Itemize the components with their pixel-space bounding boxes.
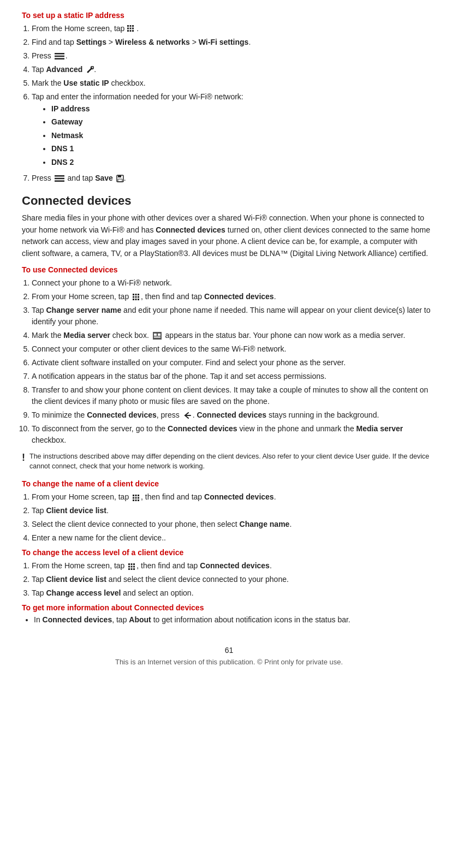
- svg-rect-4: [130, 28, 132, 29]
- back-icon: [183, 412, 192, 419]
- use-step-10: To disconnect from the server, go to the…: [32, 423, 436, 446]
- svg-rect-31: [154, 334, 157, 336]
- step-3: Press .: [32, 50, 436, 62]
- static-ip-steps-list: From the Home screen, tap . Find and tap…: [32, 23, 436, 184]
- svg-rect-6: [127, 30, 129, 32]
- svg-rect-10: [55, 56, 64, 57]
- use-step-6: Activate client software installed on yo…: [32, 357, 436, 368]
- bullet-ip: IP address: [51, 103, 436, 115]
- svg-rect-45: [131, 563, 133, 565]
- cn-step-1: From your Home screen, tap , then find a…: [32, 491, 436, 503]
- more-info-heading: To get more information about Connected …: [22, 603, 436, 612]
- svg-rect-26: [138, 296, 139, 298]
- ca-step-3: Tap Change access level and select an op…: [32, 587, 436, 599]
- svg-rect-30: [153, 332, 162, 340]
- svg-rect-19: [118, 175, 121, 177]
- step-1: From the Home screen, tap .: [32, 23, 436, 34]
- apps-grid-icon-2: [132, 293, 140, 301]
- svg-rect-52: [133, 568, 135, 570]
- use-step-2: From your Home screen, tap , then find a…: [32, 291, 436, 302]
- use-step-3: Tap Change server name and edit your pho…: [32, 305, 436, 328]
- use-step-9: To minimize the Connected devices, press…: [32, 409, 436, 421]
- use-step-1: Connect your phone to a Wi-Fi® network.: [32, 277, 436, 289]
- svg-rect-28: [135, 299, 137, 300]
- svg-rect-5: [132, 28, 134, 29]
- svg-rect-32: [158, 334, 160, 336]
- bullet-dns2: DNS 2: [51, 156, 436, 168]
- svg-rect-35: [133, 495, 134, 496]
- svg-rect-27: [133, 299, 134, 300]
- cn-step-4: Enter a new name for the client device..: [32, 532, 436, 544]
- svg-rect-46: [133, 563, 135, 565]
- change-access-heading: To change the access level of a client d…: [22, 548, 436, 557]
- svg-rect-8: [132, 30, 134, 32]
- bullet-gateway: Gateway: [51, 116, 436, 128]
- step-7: Press and tap Save .: [32, 173, 436, 184]
- media-server-status-icon: [153, 332, 162, 340]
- use-step-7: A notification appears in the status bar…: [32, 371, 436, 382]
- svg-rect-0: [127, 25, 129, 27]
- svg-rect-41: [133, 500, 134, 501]
- svg-rect-43: [138, 500, 139, 501]
- page-footer: 61 This is an Internet version of this p…: [22, 646, 436, 666]
- connected-devices-section: Connected devices Share media files in y…: [22, 194, 436, 260]
- use-step-5: Connect your computer or other client de…: [32, 343, 436, 355]
- apps-grid-icon-4: [128, 563, 135, 570]
- svg-rect-36: [135, 495, 137, 496]
- advanced-icon: [86, 66, 94, 74]
- save-icon: [116, 175, 124, 182]
- step-4: Tap Advanced .: [32, 64, 436, 75]
- cn-step-3: Select the client device connected to yo…: [32, 519, 436, 530]
- svg-rect-49: [133, 566, 135, 567]
- change-name-heading: To change the name of a client device: [22, 479, 436, 488]
- svg-rect-47: [128, 566, 130, 567]
- change-name-steps-list: From your Home screen, tap , then find a…: [32, 491, 436, 544]
- svg-rect-11: [55, 58, 64, 60]
- ca-step-1: From the Home screen, tap , then find an…: [32, 560, 436, 572]
- static-ip-bullets: IP address Gateway Netmask DNS 1 DNS 2: [51, 103, 436, 168]
- use-connected-steps-list: Connect your phone to a Wi-Fi® network. …: [32, 277, 436, 446]
- apps-grid-icon: [127, 25, 134, 32]
- svg-rect-40: [138, 497, 139, 498]
- footer-text: This is an Internet version of this publ…: [22, 658, 436, 666]
- svg-rect-3: [127, 28, 129, 29]
- svg-rect-21: [133, 294, 134, 295]
- more-info-bullet: In Connected devices, tap About to get i…: [34, 615, 436, 624]
- more-info-list: In Connected devices, tap About to get i…: [34, 615, 436, 624]
- apps-grid-icon-3: [132, 494, 140, 502]
- svg-rect-51: [131, 568, 133, 570]
- svg-rect-38: [133, 497, 134, 498]
- svg-rect-24: [133, 296, 134, 298]
- svg-rect-39: [135, 497, 137, 498]
- use-connected-heading: To use Connected devices: [22, 265, 436, 274]
- svg-rect-15: [55, 175, 64, 177]
- svg-rect-22: [135, 294, 137, 295]
- bullet-dns1: DNS 1: [51, 142, 436, 154]
- menu-icon-2: [55, 175, 64, 182]
- svg-rect-50: [128, 568, 130, 570]
- svg-line-12: [88, 68, 92, 72]
- page-number: 61: [22, 646, 436, 655]
- step-6: Tap and enter the information needed for…: [32, 91, 436, 168]
- svg-point-14: [87, 72, 89, 73]
- svg-rect-1: [130, 25, 132, 27]
- note-icon: !: [22, 452, 25, 463]
- svg-rect-33: [154, 337, 160, 338]
- connected-devices-heading: Connected devices: [22, 194, 436, 208]
- svg-rect-44: [128, 563, 130, 565]
- step-2: Find and tap Settings > Wireless & netwo…: [32, 37, 436, 48]
- svg-rect-7: [130, 30, 132, 32]
- svg-rect-9: [55, 53, 64, 55]
- svg-rect-37: [138, 495, 139, 496]
- svg-rect-48: [131, 566, 133, 567]
- connected-devices-intro: Share media files in your phone with oth…: [22, 212, 436, 260]
- svg-rect-23: [138, 294, 139, 295]
- svg-rect-17: [55, 181, 64, 182]
- use-step-8: Transfer to and show your phone content …: [32, 384, 436, 407]
- svg-rect-29: [138, 299, 139, 300]
- note-block: ! The instructions described above may d…: [22, 451, 436, 472]
- menu-icon: [55, 52, 64, 60]
- note-text: The instructions described above may dif…: [29, 451, 436, 472]
- static-ip-heading: To set up a static IP address: [22, 11, 436, 20]
- svg-rect-16: [55, 178, 64, 180]
